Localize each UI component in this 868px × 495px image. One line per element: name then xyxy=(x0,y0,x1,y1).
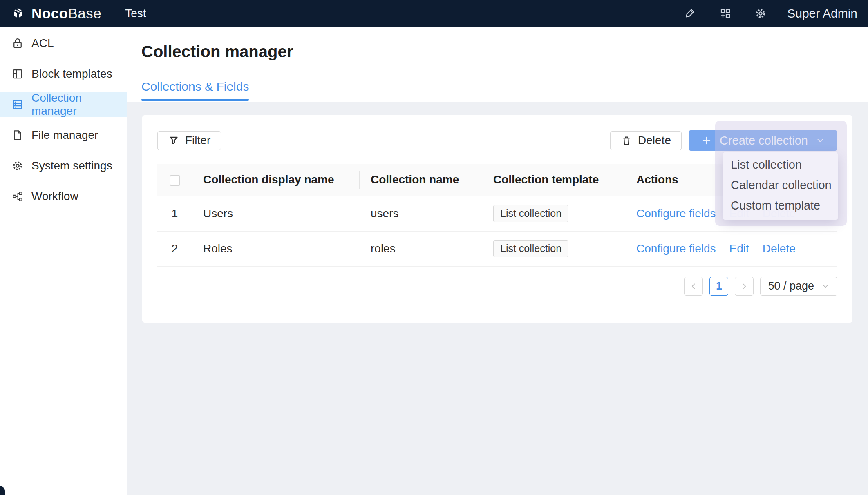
configure-fields-link[interactable]: Configure fields xyxy=(636,242,716,255)
page-header: Collection manager Collections & Fields xyxy=(127,27,868,102)
delete-button[interactable]: Delete xyxy=(610,131,682,150)
sidebar-item-label: ACL xyxy=(31,37,54,50)
column-header-collection-name: Collection name xyxy=(360,164,482,196)
table-row: 2 Roles roles List collection Configure … xyxy=(157,231,837,266)
sidebar-item-label: File manager xyxy=(31,129,98,142)
cell-display-name: Users xyxy=(192,196,360,231)
chevron-left-icon xyxy=(689,282,698,291)
sidebar-item-label: System settings xyxy=(31,159,112,172)
sidebar-item-label: Workflow xyxy=(31,190,78,203)
nocobase-cube-icon xyxy=(10,6,26,21)
gear-icon xyxy=(11,160,24,172)
row-index: 2 xyxy=(157,231,192,266)
cell-display-name: Roles xyxy=(192,231,360,266)
select-all-checkbox[interactable] xyxy=(170,175,180,186)
pagination-next-button[interactable] xyxy=(735,277,754,296)
edit-link[interactable]: Edit xyxy=(729,242,749,255)
create-collection-dropdown: List collection Calendar collection Cust… xyxy=(723,152,838,220)
cell-collection-name: roles xyxy=(360,231,482,266)
dropdown-item-custom-template[interactable]: Custom template xyxy=(723,195,838,216)
gear-icon[interactable] xyxy=(754,7,767,20)
filter-funnel-icon xyxy=(168,135,179,146)
tab-collections-and-fields[interactable]: Collections & Fields xyxy=(141,79,249,101)
cell-collection-name: users xyxy=(360,196,482,231)
delete-link[interactable]: Delete xyxy=(763,242,796,255)
page-title: Collection manager xyxy=(141,42,293,61)
nav-actions: Super Admin xyxy=(684,7,868,20)
configure-fields-link[interactable]: Configure fields xyxy=(636,207,716,220)
brand-wordmark: NocoBase xyxy=(31,5,101,22)
layout-icon xyxy=(11,68,24,80)
template-tag: List collection xyxy=(493,240,568,257)
database-icon xyxy=(11,98,24,111)
sidebar-item-collection-manager[interactable]: Collection manager xyxy=(0,92,127,117)
template-tag: List collection xyxy=(493,205,568,222)
plus-icon xyxy=(701,135,712,146)
pagination-prev-button[interactable] xyxy=(684,277,703,296)
chevron-down-icon xyxy=(821,282,830,290)
sidebar-item-system-settings[interactable]: System settings xyxy=(0,153,127,178)
sidebar-item-acl[interactable]: ACL xyxy=(0,31,127,56)
column-header-display-name: Collection display name xyxy=(192,164,360,196)
sidebar-item-label: Collection manager xyxy=(31,91,127,118)
top-navbar: NocoBase Test Super Admin xyxy=(0,0,868,27)
settings-sidebar: ACL Block templates Collection manager xyxy=(0,27,127,495)
page-size-select[interactable]: 50 / page xyxy=(760,277,837,296)
action-separator xyxy=(756,243,756,254)
row-index: 1 xyxy=(157,196,192,231)
sidebar-item-file-manager[interactable]: File manager xyxy=(0,123,127,148)
lock-icon xyxy=(11,37,24,49)
sidebar-item-block-templates[interactable]: Block templates xyxy=(0,61,127,87)
highlighter-icon[interactable] xyxy=(684,7,696,20)
pagination: 1 50 / page xyxy=(157,277,837,296)
nocobase-logo[interactable]: NocoBase xyxy=(0,5,101,22)
filter-button[interactable]: Filter xyxy=(157,131,221,150)
user-menu[interactable]: Super Admin xyxy=(787,7,857,20)
plugin-blocks-icon[interactable] xyxy=(719,7,732,20)
dropdown-item-calendar-collection[interactable]: Calendar collection xyxy=(723,175,838,195)
column-header-collection-template: Collection template xyxy=(482,164,625,196)
workspace-title[interactable]: Test xyxy=(125,7,146,20)
sidebar-item-workflow[interactable]: Workflow xyxy=(0,184,127,209)
dropdown-item-list-collection[interactable]: List collection xyxy=(723,154,838,175)
trash-icon xyxy=(621,135,632,146)
tab-active-underline xyxy=(141,99,249,101)
sidebar-item-label: Block templates xyxy=(31,67,112,80)
action-separator xyxy=(723,243,723,254)
chevron-right-icon xyxy=(740,282,749,291)
pagination-page-1[interactable]: 1 xyxy=(709,277,728,296)
file-icon xyxy=(11,129,24,141)
workflow-icon xyxy=(11,190,24,203)
tab-label: Collections & Fields xyxy=(141,79,249,94)
